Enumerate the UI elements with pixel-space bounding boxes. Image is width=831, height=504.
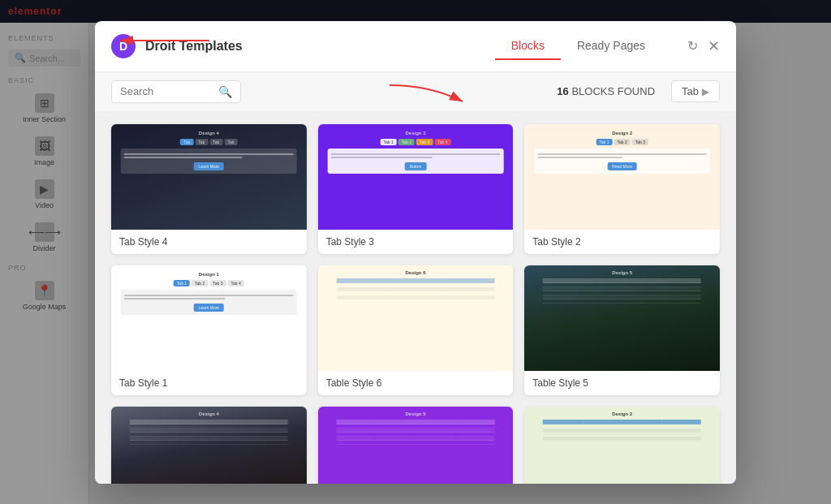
- tab-blocks[interactable]: Blocks: [495, 32, 561, 60]
- template-card-table-style-6[interactable]: Design 6: [318, 265, 514, 395]
- templates-modal: D Droit Templates Blocks Ready Pages ↻ ✕: [95, 21, 736, 484]
- modal-subheader: 🔍 16 BLOCKS FOUND Tab ▶: [95, 72, 736, 111]
- modal-header-actions: ↻ ✕: [687, 38, 720, 54]
- template-label-4: Tab Style 1: [111, 371, 307, 395]
- filter-tab-label: Tab: [682, 85, 699, 97]
- template-card-tab-style-2[interactable]: Design 2 Tab 1 Tab 2 Tab 3 Read More: [524, 124, 720, 254]
- blocks-found: 16 BLOCKS FOUND: [557, 85, 655, 97]
- close-icon[interactable]: ✕: [708, 39, 720, 54]
- template-preview-5: Design 6: [318, 265, 514, 371]
- template-card-tab-style-3[interactable]: Design 3 Tab 1 Tab 2 Tab 3 Tab 4: [318, 124, 514, 254]
- tab-ready-pages[interactable]: Ready Pages: [561, 32, 661, 60]
- template-preview-1: Design 4 Tab Tab Tab Tab: [111, 124, 307, 230]
- filter-tab[interactable]: Tab ▶: [671, 80, 720, 102]
- brand-logo: D: [111, 34, 136, 58]
- template-preview-2: Design 3 Tab 1 Tab 2 Tab 3 Tab 4: [318, 124, 514, 230]
- template-preview-4: Design 1 Tab 1 Tab 2 Tab 3 Tab 4: [111, 265, 307, 371]
- template-label-6: Table Style 5: [524, 371, 720, 395]
- template-label-5: Table Style 6: [318, 371, 514, 395]
- template-preview-8: Design 5: [318, 407, 514, 484]
- template-card-tab-style-4[interactable]: Design 4 Tab Tab Tab Tab: [111, 124, 307, 254]
- templates-grid: Design 4 Tab Tab Tab Tab: [111, 124, 720, 484]
- template-card-table-style-2[interactable]: Design 2: [524, 407, 720, 484]
- search-icon: 🔍: [218, 85, 232, 98]
- modal-overlay: D Droit Templates Blocks Ready Pages ↻ ✕: [0, 0, 831, 504]
- template-label-3: Tab Style 2: [524, 230, 720, 254]
- template-preview-6: Design 5: [524, 265, 720, 371]
- blocks-found-count: 16: [557, 85, 568, 97]
- modal-header: D Droit Templates Blocks Ready Pages ↻ ✕: [95, 21, 736, 72]
- template-card-table-style-3[interactable]: Design 5: [318, 407, 514, 484]
- filter-tab-arrow-icon: ▶: [702, 86, 709, 97]
- blocks-found-label: BLOCKS FOUND: [571, 85, 655, 97]
- template-label-2: Tab Style 3: [318, 230, 514, 254]
- template-preview-7: Design 4: [111, 407, 307, 484]
- template-preview-9: Design 2: [524, 407, 720, 484]
- brand-name: Droit Templates: [145, 39, 485, 54]
- search-input[interactable]: [120, 85, 213, 97]
- refresh-icon[interactable]: ↻: [687, 38, 698, 54]
- template-label-1: Tab Style 4: [111, 230, 307, 254]
- modal-tabs: Blocks Ready Pages: [495, 32, 661, 60]
- template-card-table-style-5[interactable]: Design 5: [524, 265, 720, 395]
- template-card-table-style-4[interactable]: Design 4: [111, 407, 307, 484]
- brand-logo-letter: D: [119, 40, 127, 53]
- search-box[interactable]: 🔍: [111, 80, 241, 103]
- template-card-tab-style-1[interactable]: Design 1 Tab 1 Tab 2 Tab 3 Tab 4: [111, 265, 307, 395]
- modal-content[interactable]: Design 4 Tab Tab Tab Tab: [95, 111, 736, 484]
- template-preview-3: Design 2 Tab 1 Tab 2 Tab 3 Read More: [524, 124, 720, 230]
